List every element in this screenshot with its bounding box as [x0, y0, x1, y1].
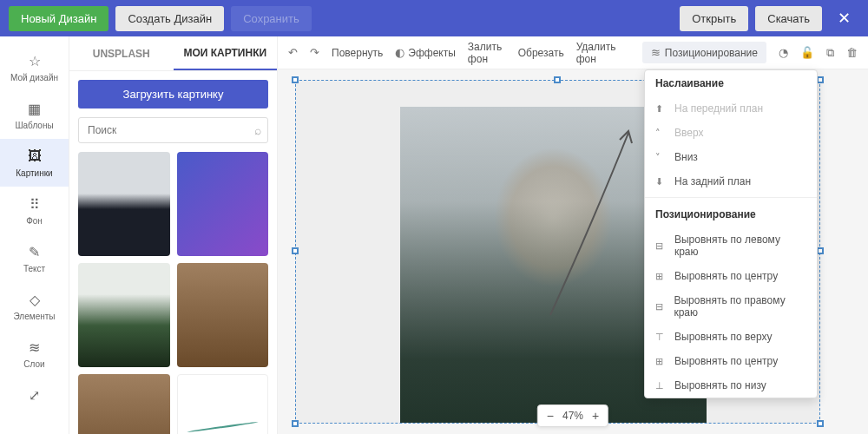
align-top[interactable]: ⊤Выровнять по верху — [645, 325, 817, 349]
chevron-up-icon: ˄ — [655, 128, 667, 139]
nav-templates[interactable]: ▦ Шаблоны — [0, 91, 69, 139]
nav-label: Текст — [23, 264, 45, 273]
expand-icon: ⤢ — [26, 386, 43, 404]
resize-handle[interactable] — [292, 76, 299, 83]
align-right[interactable]: ⊟Выровнять по правому краю — [645, 288, 817, 325]
resize-handle[interactable] — [292, 420, 299, 427]
text-icon: ✎ — [26, 243, 43, 260]
resize-handle[interactable] — [292, 247, 299, 254]
dd-label: Выровнять по центру — [674, 355, 778, 367]
bring-to-front[interactable]: ⬆На передний план — [645, 96, 817, 121]
shapes-icon: ◇ — [26, 291, 43, 308]
download-button[interactable]: Скачать — [755, 6, 822, 31]
nav-label: Элементы — [14, 312, 56, 321]
dd-label: На передний план — [674, 102, 763, 115]
nav-pictures[interactable]: 🖼 Картинки — [0, 139, 69, 187]
layers-icon: ≋ — [651, 46, 661, 59]
align-top-icon: ⊤ — [655, 332, 667, 343]
duplicate-button[interactable]: ⧉ — [826, 46, 834, 60]
send-to-back[interactable]: ⬇На задний план — [645, 169, 817, 194]
align-left[interactable]: ⊟Выровнять по левому краю — [645, 227, 817, 264]
canvas-area: ↶ ↷ Повернуть ◐ Эффекты Залить фон Обрез… — [278, 36, 868, 434]
move-up[interactable]: ˄Вверх — [645, 121, 817, 145]
tab-unsplash[interactable]: UNSPLASH — [69, 36, 174, 70]
align-right-icon: ⊟ — [655, 301, 667, 312]
fill-bg-button[interactable]: Залить фон — [468, 41, 506, 65]
zoom-bar: − 47% + — [537, 404, 608, 427]
create-design-button[interactable]: Создать Дизайн — [115, 6, 224, 31]
nav-my-design[interactable]: ☆ Мой дизайн — [0, 43, 69, 91]
to-back-icon: ⬇ — [655, 176, 667, 187]
lock-button[interactable]: 🔓 — [800, 46, 814, 59]
align-center-v[interactable]: ⊞Выровнять по центру — [645, 349, 817, 373]
dd-label: Выровнять по центру — [674, 270, 778, 282]
thumbnail[interactable] — [78, 263, 170, 367]
crop-button[interactable]: Обрезать — [518, 47, 564, 59]
tabs: UNSPLASH МОИ КАРТИНКИ — [69, 36, 277, 71]
open-button[interactable]: Открыть — [680, 6, 748, 31]
dd-label: Вверх — [674, 127, 703, 139]
delete-button[interactable]: 🗑 — [846, 46, 858, 59]
zoom-in-button[interactable]: + — [592, 409, 599, 423]
search-box: ⌕ — [78, 117, 268, 143]
thumbnail[interactable] — [78, 374, 170, 434]
align-bottom[interactable]: ⊥Выровнять по низу — [645, 373, 817, 398]
thumbnail[interactable] — [177, 374, 269, 434]
rotate-button[interactable]: Повернуть — [332, 47, 383, 59]
layers-icon: ≋ — [26, 339, 43, 356]
dd-label: Вниз — [674, 151, 698, 163]
grid-icon: ⠿ — [26, 195, 43, 213]
picture-icon: 🖼 — [26, 148, 43, 165]
dd-label: Выровнять по низу — [674, 379, 766, 391]
canvas-toolbar: ↶ ↷ Повернуть ◐ Эффекты Залить фон Обрез… — [278, 36, 868, 69]
thumbnail[interactable] — [177, 152, 269, 256]
dd-label: На задний план — [674, 175, 751, 187]
redo-button[interactable]: ↷ — [310, 46, 319, 59]
nav-label: Мой дизайн — [10, 73, 58, 82]
align-center-v-icon: ⊞ — [655, 356, 667, 367]
resize-handle[interactable] — [817, 420, 824, 427]
undo-button[interactable]: ↶ — [288, 46, 298, 59]
positioning-button[interactable]: ≋ Позиционирование — [642, 42, 766, 63]
upload-button[interactable]: Загрузить картинку — [78, 80, 268, 108]
topbar: Новый Дизайн Создать Дизайн Сохранить От… — [0, 0, 868, 36]
nav-background[interactable]: ⠿ Фон — [0, 187, 69, 234]
chevron-down-icon: ˅ — [655, 152, 667, 163]
remove-bg-button[interactable]: Удалить фон — [576, 41, 618, 65]
dd-label: Выровнять по правому краю — [674, 294, 806, 319]
nav-fullscreen[interactable]: ⤢ — [0, 378, 69, 412]
resize-handle[interactable] — [817, 76, 824, 83]
nav-text[interactable]: ✎ Текст — [0, 234, 69, 282]
search-input[interactable] — [78, 117, 268, 143]
search-icon: ⌕ — [254, 123, 261, 137]
align-center-h[interactable]: ⊞Выровнять по центру — [645, 264, 817, 288]
effects-button[interactable]: ◐ Эффекты — [395, 46, 456, 59]
zoom-out-button[interactable]: − — [547, 409, 554, 423]
thumbnail[interactable] — [177, 263, 269, 367]
dd-label: Выровнять по верху — [674, 331, 773, 343]
thumbnail-grid — [69, 152, 277, 434]
save-button: Сохранить — [231, 6, 312, 31]
align-bottom-icon: ⊥ — [655, 380, 667, 391]
left-nav: ☆ Мой дизайн ▦ Шаблоны 🖼 Картинки ⠿ Фон … — [0, 36, 69, 434]
tool-label: Позиционирование — [665, 47, 758, 59]
tab-my-pictures[interactable]: МОИ КАРТИНКИ — [174, 36, 278, 70]
undo-icon: ↶ — [288, 46, 298, 59]
resize-handle[interactable] — [554, 76, 561, 83]
move-down[interactable]: ˅Вниз — [645, 145, 817, 169]
nav-label: Шаблоны — [15, 121, 53, 130]
thumbnail[interactable] — [78, 152, 170, 256]
nav-elements[interactable]: ◇ Элементы — [0, 282, 69, 330]
opacity-button[interactable]: ◔ — [779, 46, 788, 59]
side-panel: UNSPLASH МОИ КАРТИНКИ Загрузить картинку… — [69, 36, 278, 434]
nav-label: Картинки — [16, 168, 52, 178]
dropdown-section-header: Наслаивание — [645, 70, 817, 96]
close-icon[interactable]: ✕ — [829, 9, 859, 28]
nav-label: Фон — [26, 216, 43, 226]
templates-icon: ▦ — [26, 100, 43, 117]
tool-label: Эффекты — [408, 47, 456, 59]
resize-handle[interactable] — [817, 247, 824, 254]
nav-layers[interactable]: ≋ Слои — [0, 330, 69, 378]
new-design-button[interactable]: Новый Дизайн — [9, 6, 108, 31]
annotation-arrow — [542, 115, 646, 324]
